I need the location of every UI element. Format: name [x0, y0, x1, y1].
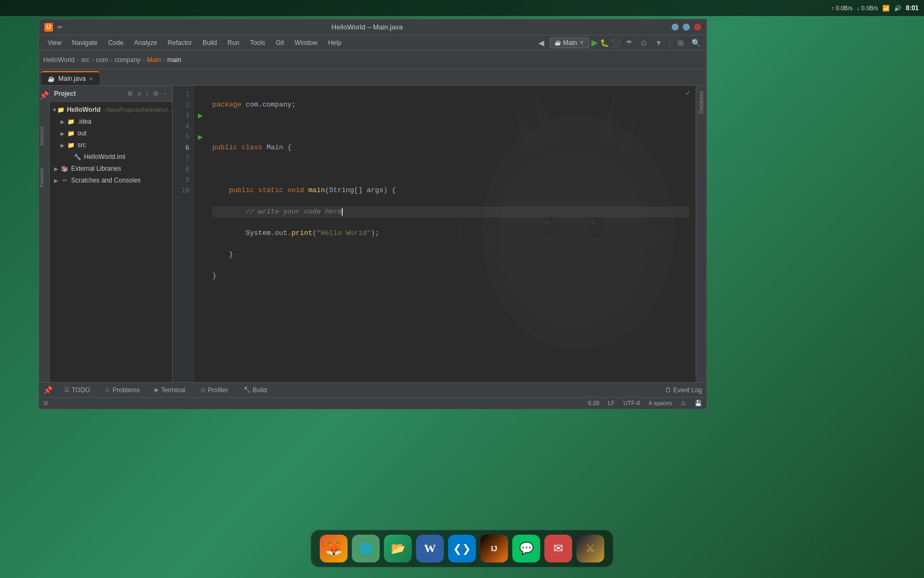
tree-arrow-out: ▶ — [60, 131, 67, 136]
gutter-3[interactable]: ▶ — [194, 110, 206, 121]
panel-settings-icon[interactable]: ⚙ — [126, 89, 134, 98]
breadcrumb-src[interactable]: src — [81, 56, 89, 64]
structure-label[interactable]: Structure — [39, 126, 47, 146]
tab-build[interactable]: 🔨 Build — [240, 385, 271, 395]
menu-code[interactable]: Code — [104, 37, 128, 48]
tab-terminal[interactable]: ▶ Terminal — [151, 385, 188, 395]
dock-mail[interactable]: ✉ — [544, 535, 572, 562]
scratches-icon: ✏ — [60, 177, 69, 184]
menu-refactor[interactable]: Refactor — [164, 37, 196, 48]
code-content[interactable]: package com.company; public class Main {… — [206, 86, 696, 382]
indent[interactable]: 4 spaces — [649, 400, 672, 407]
tree-item-src[interactable]: ▶ 📁 src — [50, 139, 172, 151]
dock-wechat[interactable]: 💬 — [512, 535, 540, 562]
menu-git[interactable]: Git — [272, 37, 288, 48]
tree-item-scratches[interactable]: ▶ ✏ Scratches and Consoles — [50, 174, 172, 186]
breadcrumb-main-method[interactable]: main — [167, 56, 181, 64]
database-label[interactable]: Database — [698, 91, 704, 114]
title-bar-left: IJ ✏ — [44, 23, 63, 32]
line-num-8: 8 — [173, 164, 194, 174]
minimize-button[interactable]: − — [672, 24, 679, 31]
menu-analyze[interactable]: Analyze — [130, 37, 161, 48]
event-log-icon: 🗒 — [665, 386, 672, 394]
run-configuration[interactable]: ☕ Main ▼ — [550, 37, 589, 48]
status-right: 6:28 LF UTF-8 4 spaces ⚠ 💾 — [588, 400, 702, 407]
close-button[interactable]: ✕ — [694, 24, 701, 31]
encoding[interactable]: UTF-8 — [623, 400, 640, 407]
panel-close-icon[interactable]: − — [162, 89, 168, 98]
sidebar-pin-icon[interactable]: 📌 — [40, 91, 49, 100]
tab-main-java[interactable]: ☕ Main.java ✕ — [41, 71, 99, 85]
ide-icon: IJ — [44, 23, 53, 32]
dock-chrome[interactable]: 🌐 — [352, 535, 380, 562]
more-run-button[interactable]: ▼ — [652, 36, 665, 49]
menu-tools[interactable]: Tools — [246, 37, 270, 48]
menu-help[interactable]: Help — [324, 37, 346, 48]
debug-button[interactable]: 🐛 — [600, 39, 609, 47]
breadcrumb-main[interactable]: Main — [147, 56, 161, 64]
profile-button[interactable]: ⊙ — [637, 36, 650, 49]
favorites-label[interactable]: Favorites — [39, 168, 47, 187]
tree-item-iml[interactable]: ▶ 🔧 HelloWorld.iml — [50, 151, 172, 163]
tree-item-extlibs[interactable]: ▶ 📚 External Libraries — [50, 163, 172, 174]
stop-button[interactable]: ⬛ — [611, 39, 620, 47]
warnings-icon: ⚠ — [681, 400, 686, 407]
folder-icon-out: 📁 — [67, 130, 75, 137]
tab-problems[interactable]: ⚠ Problems — [102, 385, 143, 395]
tab-todo[interactable]: ☰ TODO — [61, 385, 93, 395]
cursor-position[interactable]: 6:28 — [588, 400, 599, 407]
tree-arrow-scratches: ▶ — [54, 178, 60, 184]
dock-files[interactable]: 📂 — [384, 535, 412, 562]
tab-label: Main.java — [58, 75, 86, 82]
profiler-icon: ◎ — [201, 386, 206, 393]
run-button[interactable]: ▶ — [591, 37, 598, 48]
menu-navigate[interactable]: Navigate — [68, 37, 102, 48]
tree-item-out[interactable]: ▶ 📁 out — [50, 127, 172, 139]
breadcrumb-com[interactable]: com — [96, 56, 108, 64]
run-area: ◀ ☕ Main ▼ ▶ 🐛 ⬛ ☂ ⊙ ▼ ⊞ 🔍 — [535, 36, 702, 49]
code-editor[interactable]: 1 2 3 4 5 6 7 8 9 10 ▶ — [173, 86, 696, 382]
breadcrumb-helloworld[interactable]: HelloWorld — [43, 56, 74, 64]
menu-build[interactable]: Build — [198, 37, 221, 48]
line-ending[interactable]: LF — [608, 400, 615, 407]
tree-arrow-helloworld: ▼ — [52, 107, 57, 113]
maximize-button[interactable]: □ — [683, 24, 690, 31]
dock-firefox[interactable]: 🦊 — [320, 535, 348, 562]
menu-window[interactable]: Window — [290, 37, 322, 48]
tab-close-icon[interactable]: ✕ — [89, 76, 93, 82]
dock-word[interactable]: W — [416, 535, 444, 562]
dock-league[interactable]: ⚔ — [576, 535, 604, 562]
run-class-icon[interactable]: ▶ — [198, 112, 203, 119]
coverage-button[interactable]: ☂ — [622, 36, 635, 49]
memory-icon: 💾 — [695, 400, 702, 407]
back-button[interactable]: ◀ — [535, 36, 548, 49]
gutter-5[interactable]: ▶ — [194, 132, 206, 142]
bottom-pin-icon[interactable]: 📌 — [43, 386, 52, 394]
code-area[interactable]: 1 2 3 4 5 6 7 8 9 10 ▶ — [173, 86, 696, 382]
tree-item-helloworld[interactable]: ▼ 📁 HelloWorld ~/IdeaProjects/HelloWorl.… — [50, 104, 172, 116]
dock-vscode[interactable]: ❮❯ — [448, 535, 476, 562]
project-view-button[interactable]: ⊞ — [674, 36, 687, 49]
search-everywhere-button[interactable]: 🔍 — [689, 36, 702, 49]
tree-path-helloworld: ~/IdeaProjects/HelloWorl... — [103, 107, 172, 113]
panel-sort-icon[interactable]: ≡ — [136, 89, 142, 98]
panel-gear-icon[interactable]: ⚙ — [152, 89, 160, 98]
system-tray: ↑ 0.0B/s ↓ 0.0B/s 📶 🔊 8:01 — [0, 0, 924, 16]
status-spacer: ⊞ — [43, 400, 48, 407]
menu-view[interactable]: View — [43, 37, 66, 48]
clock: 8:01 — [906, 4, 919, 12]
run-method-icon[interactable]: ▶ — [198, 133, 203, 141]
tree-item-idea[interactable]: ▶ 📁 .idea — [50, 116, 172, 127]
gutter-7 — [194, 153, 206, 164]
event-log[interactable]: 🗒 Event Log — [665, 386, 702, 394]
breadcrumb-toolbar: HelloWorld › src › com › company › Main … — [39, 50, 706, 70]
build-label: Build — [253, 386, 267, 394]
menu-run[interactable]: Run — [224, 37, 244, 48]
breadcrumb-company[interactable]: company — [114, 56, 141, 64]
tab-profiler[interactable]: ◎ Profiler — [197, 385, 232, 395]
toolbar-sep-1 — [669, 37, 670, 48]
dock-intellij[interactable]: IJ — [480, 535, 508, 562]
panel-collapse-icon[interactable]: ↕ — [144, 89, 150, 98]
files-icon: 📂 — [391, 542, 405, 556]
window-controls: − □ ✕ — [672, 24, 701, 31]
